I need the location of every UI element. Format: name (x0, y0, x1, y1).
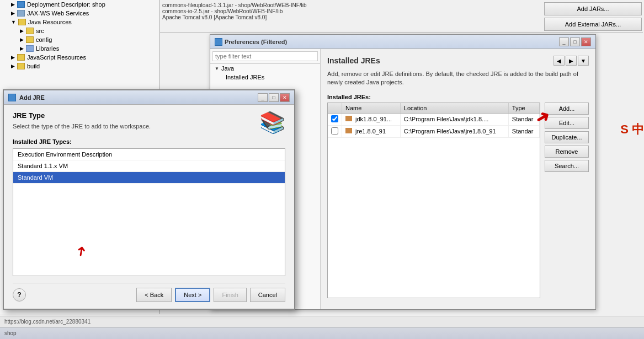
duplicate-button[interactable]: Duplicate... (545, 131, 589, 143)
jre-side-buttons: Add... Edit... Duplicate... Remove Searc… (545, 103, 589, 303)
filter-input[interactable] (212, 51, 318, 61)
jre-type-standard-vm[interactable]: Standard VM (13, 172, 285, 184)
help-button[interactable]: ? (13, 288, 26, 302)
minimize-button[interactable]: _ (559, 37, 569, 46)
tree-item-build[interactable]: ▶ build (0, 62, 159, 71)
next-button[interactable]: Next > (175, 288, 210, 302)
preferences-title: Preferences (Filtered) (215, 38, 287, 46)
tree-item-config[interactable]: ▶ config (0, 35, 159, 44)
watermark: S 中 (620, 121, 644, 138)
ide-background: ▶ Deployment Descriptor: shop ▶ JAX-WS W… (0, 0, 644, 339)
tree-item-src[interactable]: ▶ src (0, 26, 159, 35)
tree-item-js-resources[interactable]: ▶ JavaScript Resources (0, 53, 159, 62)
finish-button[interactable]: Finish (214, 288, 246, 302)
row2-check[interactable] (328, 125, 342, 137)
prefs-description: Add, remove or edit JRE definitions. By … (327, 70, 589, 87)
jre-table: Name Location Type (328, 103, 540, 138)
row2-type: Standar (508, 125, 539, 137)
row1-location: C:\Program Files\Java\jdk1.8.... (400, 113, 508, 125)
status-bar: shop (0, 327, 644, 339)
jdk-checkbox[interactable] (331, 115, 338, 122)
remove-button[interactable]: Remove (545, 146, 589, 158)
prefs-right-header: Installed JREs ◀ ▶ ▼ (327, 56, 589, 66)
prefs-right-panel: Installed JREs ◀ ▶ ▼ Add, remove or edit… (321, 49, 595, 309)
prefs-right-title: Installed JREs (327, 56, 380, 65)
add-jre-body: 📚 JRE Type Select the type of the JRE to… (4, 105, 294, 309)
back-button[interactable]: < Back (136, 288, 172, 302)
maximize-button[interactable]: □ (570, 37, 580, 46)
add-jre-title: Add JRE (8, 94, 45, 101)
dialog-nav-buttons: < Back Next > Finish Cancel (136, 288, 285, 302)
prefs-title-text: Preferences (Filtered) (225, 39, 287, 45)
nav-buttons: ◀ ▶ ▼ (553, 56, 589, 66)
col-location[interactable]: Location (400, 103, 508, 114)
jre-table-container: Name Location Type (327, 103, 540, 298)
filter-box (210, 49, 320, 64)
jre-checkbox[interactable] (331, 127, 338, 134)
add-jars-button[interactable]: Add JARs... (544, 2, 642, 15)
row1-check[interactable] (328, 113, 342, 125)
nav-dropdown-button[interactable]: ▼ (578, 56, 589, 66)
nav-back-button[interactable]: ◀ (553, 56, 565, 66)
dialog-icon (8, 94, 16, 101)
tree-item-jaxws[interactable]: ▶ JAX-WS Web Services (0, 9, 159, 18)
jre-types-list: Execution Environment Description Standa… (13, 148, 285, 276)
jre-type-standard-1x[interactable]: Standard 1.1.x VM (13, 160, 285, 172)
installed-jres-tree-label: Installed JREs (226, 74, 264, 80)
books-icon: 📚 (259, 110, 285, 134)
add-button[interactable]: Add... (545, 103, 589, 115)
jre-content-row: Name Location Type (327, 103, 589, 303)
jdk-icon (345, 116, 352, 121)
table-row[interactable]: jre1.8.0_91 C:\Program Files\Java\jre1.8… (328, 125, 540, 137)
java-tree-label: Java (221, 65, 234, 72)
add-external-jars-button[interactable]: Add External JARs... (544, 18, 642, 31)
add-jre-close[interactable]: ✕ (280, 93, 290, 102)
jre-type-execution-env[interactable]: Execution Environment Description (13, 149, 285, 160)
url-text: https://blog.csdn.net/arc_22880341 (4, 319, 91, 325)
preferences-titlebar: Preferences (Filtered) _ □ ✕ (210, 35, 595, 49)
tree-item-deployment[interactable]: ▶ Deployment Descriptor: shop (0, 0, 159, 9)
row2-name: jre1.8.0_91 (342, 125, 401, 137)
add-jre-dialog: Add JRE _ □ ✕ 📚 JRE Type Select the type… (3, 89, 295, 310)
section-label: Installed JRE Types: (13, 138, 285, 145)
table-row[interactable]: jdk1.8.0_91... C:\Program Files\Java\jdk… (328, 113, 540, 125)
row2-location: C:\Program Files\Java\jre1.8.0_91 (400, 125, 508, 137)
prefs-window-controls: _ □ ✕ (559, 37, 591, 46)
nav-forward-button[interactable]: ▶ (566, 56, 577, 66)
url-bar: https://blog.csdn.net/arc_22880341 (0, 316, 644, 327)
tree-item-libraries[interactable]: ▶ Libraries (0, 44, 159, 53)
prefs-tree-java[interactable]: Java (210, 64, 320, 73)
cancel-button[interactable]: Cancel (250, 288, 285, 302)
add-jre-maximize[interactable]: □ (269, 93, 279, 102)
status-text: shop (4, 330, 17, 336)
dialog-subtext: Select the type of the JRE to add to the… (13, 123, 285, 130)
dialog-buttons: ? < Back Next > Finish Cancel (13, 283, 285, 302)
jre-icon (345, 128, 352, 133)
add-jre-minimize[interactable]: _ (258, 93, 268, 102)
col-check[interactable] (328, 103, 342, 114)
tree-item-java-resources[interactable]: ▼ Java Resources (0, 18, 159, 26)
col-name[interactable]: Name (342, 103, 401, 114)
add-jre-titlebar: Add JRE _ □ ✕ (4, 90, 294, 105)
add-jre-win-controls: _ □ ✕ (258, 93, 290, 102)
dialog-heading: JRE Type (13, 111, 285, 120)
close-button[interactable]: ✕ (581, 37, 591, 46)
prefs-tree-installed-jres[interactable]: Installed JREs (210, 73, 320, 82)
search-button[interactable]: Search... (545, 160, 589, 172)
right-side-buttons: Add JARs... Add External JARs... (542, 0, 644, 33)
row1-name: jdk1.8.0_91... (342, 113, 401, 125)
prefs-icon (215, 38, 222, 46)
installed-jres-label: Installed JREs: (327, 94, 589, 100)
add-jre-title-text: Add JRE (19, 94, 45, 101)
